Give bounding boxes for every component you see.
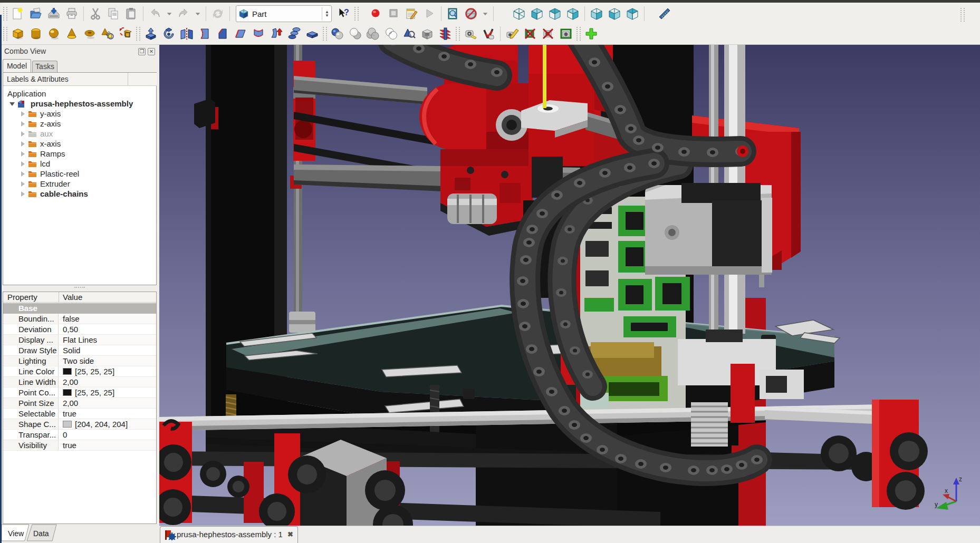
svg-text:Data: Data [33, 529, 49, 538]
svg-text:z: z [959, 476, 962, 483]
svg-text:x: x [945, 487, 948, 494]
svg-text:?: ? [344, 8, 349, 17]
svg-text:View: View [8, 529, 24, 538]
svg-text:y: y [935, 501, 938, 508]
